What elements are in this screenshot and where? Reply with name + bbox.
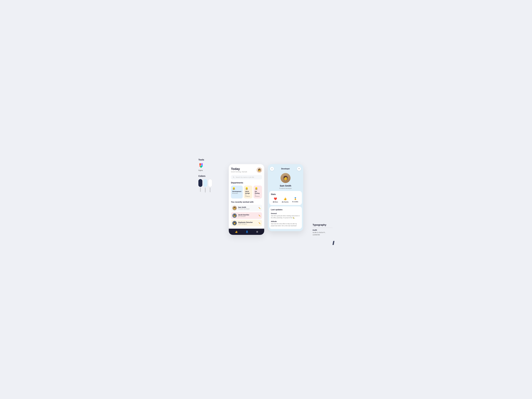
update-category-attitude: Attitude bbox=[271, 221, 300, 222]
add-button[interactable]: + bbox=[297, 167, 301, 171]
back-button[interactable] bbox=[270, 167, 274, 171]
today-header: Today Good morning, Hannah 👩 bbox=[231, 167, 262, 173]
figma-label: Figma bbox=[198, 170, 212, 171]
recent-item-stephanie[interactable]: 👩 Stephanie Fleischer UI/UX designer ✏️ bbox=[231, 220, 262, 226]
swatch-block-white bbox=[208, 179, 212, 187]
sam-info: Sam Smith Frontend developer bbox=[238, 206, 257, 210]
search-placeholder: Search by name or job title bbox=[236, 176, 254, 178]
swatch-block-dark bbox=[198, 179, 202, 187]
recent-item-sam[interactable]: 🧑 Sam Smith Frontend developer ✏️ bbox=[231, 205, 262, 211]
swatch-light-blue: #D5EEFD bbox=[203, 179, 207, 192]
phone-developer: Developer + 🧑 Sam Smith Frontend develop… bbox=[268, 164, 303, 231]
updates-title: Last updates bbox=[271, 209, 300, 211]
sam-avatar-face-large: 🧑 bbox=[280, 173, 291, 183]
jacob-name: Jacob Gavrilov bbox=[238, 214, 257, 216]
dept-name-qa: QA testing bbox=[255, 191, 261, 194]
stephanie-info: Stephanie Fleischer UI/UX designer bbox=[238, 222, 257, 225]
swatch-white: #FFFFFF bbox=[208, 179, 212, 192]
figma-icon bbox=[198, 163, 204, 168]
department-cards: 👷 Development 88 techies 👷 UI/UX design … bbox=[231, 185, 262, 198]
sam-name: Sam Smith bbox=[238, 206, 257, 208]
update-category-general: General bbox=[271, 213, 300, 214]
typography-title: Typography bbox=[313, 223, 332, 226]
phone-today-content: Today Good morning, Hannah 👩 Search by n… bbox=[229, 164, 264, 226]
search-icon bbox=[233, 176, 234, 178]
developer-title: Developer bbox=[281, 168, 290, 170]
stats-row: ❤️ 43 likes 👍 21 thanks bbox=[271, 197, 300, 203]
svg-rect-4 bbox=[200, 166, 202, 168]
likes-value: 43 likes bbox=[273, 201, 278, 203]
badge-icon: 🏅 bbox=[294, 197, 297, 200]
nav-grid-icon[interactable]: ⊞ bbox=[256, 230, 258, 233]
swatch-label-light-blue: #D5EEFD bbox=[205, 188, 206, 192]
swatch-dark: #202846 bbox=[198, 179, 202, 192]
stat-credits: 🏅 5 credits bbox=[292, 197, 298, 203]
phone-today: Today Good morning, Hannah 👩 Search by n… bbox=[229, 164, 264, 235]
sam-profile-role: Frontend developer bbox=[268, 188, 303, 189]
dept-name-uiux: UI/UX design bbox=[245, 191, 251, 194]
sam-avatar-large: 🧑 bbox=[280, 173, 291, 183]
slash-decoration: // bbox=[332, 240, 334, 246]
back-arrow-icon bbox=[271, 168, 273, 170]
bottom-nav: 👍 👤 ⊞ bbox=[229, 229, 264, 235]
jacob-role: QA assistant bbox=[238, 216, 257, 217]
dept-card-uiux[interactable]: 👷 UI/UX design 45 creatives bbox=[244, 185, 252, 198]
heart-icon: ❤️ bbox=[274, 197, 277, 200]
stephanie-edit-icon[interactable]: ✏️ bbox=[259, 222, 261, 224]
stephanie-role: UI/UX designer bbox=[238, 223, 257, 225]
dept-emoji-dev: 👷 bbox=[232, 187, 241, 190]
nav-person-icon[interactable]: 👤 bbox=[246, 230, 248, 233]
dept-count-qa: 24 checkers bbox=[255, 194, 261, 197]
stephanie-avatar: 👩 bbox=[232, 221, 237, 225]
jacob-avatar: 👦 bbox=[232, 213, 237, 218]
sam-profile-name: Sam Smith bbox=[268, 184, 303, 187]
jacob-info: Jacob Gavrilov QA assistant bbox=[238, 214, 257, 217]
phones-container: Today Good morning, Hannah 👩 Search by n… bbox=[229, 164, 303, 235]
stats-title: Stats bbox=[271, 193, 300, 196]
today-subtitle: Good morning, Hannah bbox=[231, 171, 247, 173]
recent-title: You recently worked with bbox=[231, 201, 262, 203]
recent-list: 🧑 Sam Smith Frontend developer ✏️ 👦 Jaco… bbox=[231, 205, 262, 226]
dept-count-dev: 88 techies bbox=[232, 193, 241, 194]
update-text-general: Sam did a great job when meeting newcome… bbox=[271, 215, 300, 219]
today-title: Today bbox=[231, 167, 247, 171]
swatch-label-white: #FFFFFF bbox=[209, 188, 211, 192]
dept-name-dev: Development bbox=[232, 191, 241, 192]
update-attitude: Attitude Sam took the extra effort to he… bbox=[271, 221, 300, 227]
sam-avatar-small: 🧑 bbox=[232, 206, 237, 210]
recent-item-jacob[interactable]: 👦 Jacob Gavrilov QA assistant ✏️ bbox=[231, 212, 262, 219]
nav-thumb-icon[interactable]: 👍 bbox=[235, 230, 238, 233]
color-swatches: #202846 #D5EEFD #FFFFFF bbox=[198, 179, 212, 192]
updates-card: Last updates General Sam did a great job… bbox=[269, 206, 302, 229]
update-text-attitude: Sam took the extra effort to help me wit… bbox=[271, 223, 300, 227]
svg-line-6 bbox=[234, 177, 234, 178]
dept-card-qa[interactable]: 👷 QA testing 24 checkers bbox=[253, 185, 262, 198]
hannah-avatar-face: 👩 bbox=[256, 167, 262, 173]
swatch-block-light-blue bbox=[203, 179, 207, 187]
left-panel: Tools Figma Colors #202846 #D5EEFD bbox=[198, 158, 212, 192]
dept-emoji-uiux: 👷 bbox=[245, 187, 251, 190]
typography-panel: Typography Outfit Aa Bb Cc Dd Ee Ff... 1… bbox=[313, 223, 332, 236]
jacob-edit-icon[interactable]: ✏️ bbox=[259, 215, 261, 217]
tools-title: Tools bbox=[198, 158, 212, 161]
svg-rect-2 bbox=[201, 163, 203, 165]
swatch-label-dark: #202846 bbox=[200, 188, 201, 192]
stephanie-name: Stephanie Fleischer bbox=[238, 222, 257, 223]
type-preview-chars: Aa Bb Cc Dd Ee Ff... bbox=[313, 231, 332, 234]
colors-title: Colors bbox=[198, 175, 212, 177]
sam-role: Frontend developer bbox=[238, 208, 257, 210]
dept-count-uiux: 45 creatives bbox=[245, 194, 251, 197]
credits-value: 5 credits bbox=[292, 201, 298, 203]
stat-likes: ❤️ 43 likes bbox=[273, 197, 278, 203]
hannah-avatar: 👩 bbox=[256, 167, 262, 173]
departments-title: Departments bbox=[231, 182, 262, 184]
dept-card-development[interactable]: 👷 Development 88 techies bbox=[231, 185, 243, 198]
sam-edit-icon[interactable]: ✏️ bbox=[259, 207, 261, 209]
today-header-text: Today Good morning, Hannah bbox=[231, 167, 247, 173]
search-bar[interactable]: Search by name or job title bbox=[231, 175, 262, 179]
stat-thanks: 👍 21 thanks bbox=[282, 197, 289, 203]
update-general: General Sam did a great job when meeting… bbox=[271, 213, 300, 219]
profile-header: Developer + bbox=[268, 164, 303, 173]
canvas: Tools Figma Colors #202846 #D5EEFD bbox=[195, 150, 337, 249]
thanks-value: 21 thanks bbox=[282, 201, 289, 203]
